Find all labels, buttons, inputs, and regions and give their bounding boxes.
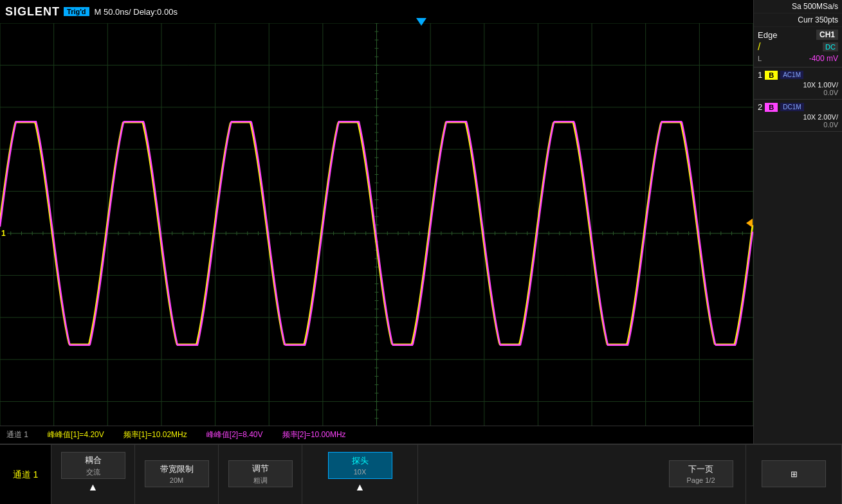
active-channel-label: 通道 1: [13, 469, 39, 481]
ch2-coupling: DC1M: [780, 103, 803, 111]
ch2-freq-measurement: 频率[2]=10.00MHz: [282, 429, 346, 440]
trigger-level-arrow: [746, 219, 753, 228]
coupling-button-group[interactable]: 耦合 交流 ▲: [51, 444, 135, 504]
channel-label-bar: 通道 1: [0, 445, 51, 504]
trigger-source: CH1: [816, 30, 838, 40]
ch1-offset: 0.0V: [758, 89, 838, 96]
trigger-slope-icon: /: [758, 41, 760, 53]
trigger-position-arrow: [416, 18, 426, 26]
measurement-bar: 通道 1 峰峰值[1]=4.20V 频率[1]=10.02MHz 峰峰值[2]=…: [0, 426, 753, 444]
ch1-coupling: AC1M: [780, 71, 803, 79]
probe-up-arrow[interactable]: ▲: [350, 479, 371, 496]
grid-button[interactable]: ⊞: [762, 460, 826, 487]
coupling-up-arrow[interactable]: ▲: [83, 479, 104, 496]
coupling-button[interactable]: 耦合 交流: [61, 452, 125, 479]
trigger-section: Edge CH1 / DC L -400 mV: [754, 27, 842, 68]
trigger-coupling: DC: [823, 42, 838, 51]
ch2-pkpk-measurement: 峰峰值[2]=8.40V: [206, 429, 263, 440]
ch1-number: 1: [758, 70, 762, 80]
mem-depth-row: Curr 350pts: [754, 14, 842, 27]
grid-icon: ⊞: [791, 469, 798, 479]
bw-limit-button[interactable]: 带宽限制 20M: [145, 460, 209, 487]
bw-limit-button-group[interactable]: 带宽限制 20M: [135, 444, 219, 504]
mem-depth-value: Curr 350pts: [798, 15, 838, 24]
channel2-section: 2 B DC1M 10X 2.00V/ 0.0V: [754, 100, 842, 132]
trigger-level-value: -400 mV: [809, 54, 838, 63]
ch1-freq-measurement: 频率[1]=10.02MHz: [124, 429, 187, 440]
sample-rate-row: Sa 500MSa/s: [754, 0, 842, 14]
ch1-badge: B: [765, 71, 778, 80]
waveform-canvas: [0, 23, 753, 444]
adjust-button-group[interactable]: 调节 粗调: [219, 444, 302, 504]
ch1-ground-marker: 1: [0, 229, 7, 238]
ch1-probe-scale: 10X 1.00V/: [758, 81, 838, 89]
probe-button-group[interactable]: 探头 10X ▲: [302, 444, 418, 504]
trig-status-badge: Trig'd: [64, 7, 89, 16]
ch2-offset: 0.0V: [758, 121, 838, 129]
scope-screen: [0, 0, 753, 444]
ch2-probe-scale: 10X 2.00V/: [758, 113, 838, 121]
ch2-badge: B: [765, 103, 778, 112]
top-bar: SIGLENT Trig'd M 50.0ns/ Delay:0.00s: [0, 0, 753, 23]
next-page-button-group[interactable]: 下一页 Page 1/2: [656, 444, 746, 504]
trigger-level-label: L: [758, 55, 762, 62]
ch1-pkpk-measurement: 峰峰值[1]=4.20V: [48, 429, 104, 440]
controls-bar: 通道 1 耦合 交流 ▲ 带宽限制 20M 调节 粗调: [0, 444, 842, 504]
trigger-mode-label: Edge: [758, 30, 777, 40]
probe-button[interactable]: 探头 10X: [328, 452, 392, 479]
channel-label-text: 通道 1: [6, 429, 28, 440]
adjust-button[interactable]: 调节 粗调: [228, 460, 293, 487]
sample-rate-value: Sa 500MSa/s: [792, 2, 838, 11]
next-page-button[interactable]: 下一页 Page 1/2: [669, 460, 733, 487]
timebase-info: M 50.0ns/ Delay:0.00s: [95, 7, 178, 17]
ch2-number: 2: [758, 102, 762, 112]
right-panel: Sa 500MSa/s Curr 350pts Edge CH1 / DC L …: [753, 0, 842, 444]
grid-button-group[interactable]: ⊞: [746, 444, 842, 504]
brand-logo: SIGLENT: [5, 5, 60, 19]
channel1-section: 1 B AC1M 10X 1.00V/ 0.0V: [754, 68, 842, 100]
